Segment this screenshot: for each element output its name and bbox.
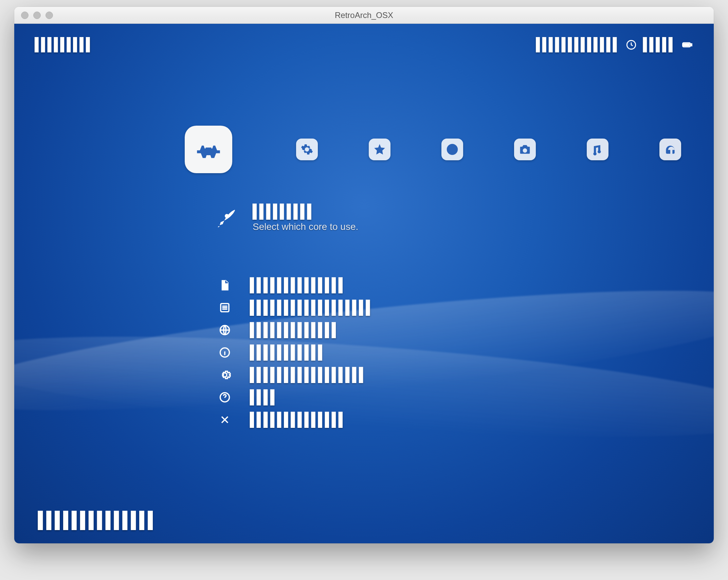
xmb-nav-row: [14, 126, 714, 173]
nav-favorites[interactable]: [369, 139, 390, 160]
battery-icon: [681, 39, 693, 51]
nav-history[interactable]: [441, 139, 463, 160]
clock-icon: [625, 39, 637, 51]
configuration-icon: [218, 368, 232, 382]
close-icon: [218, 413, 232, 427]
list-item[interactable]: ▌▌▌▌▌▌▌▌▌▌▌▌▌▌: [218, 278, 372, 292]
list-item-label: ▌▌▌▌▌▌▌▌▌▌▌▌▌▌▌▌▌▌: [250, 301, 372, 314]
music-note-icon: [591, 143, 604, 156]
list-item[interactable]: ▌▌▌▌▌▌▌▌▌▌▌▌▌▌▌▌▌▌: [218, 301, 372, 314]
nav-main-menu[interactable]: [185, 126, 232, 173]
svg-rect-3: [684, 44, 690, 46]
hud-header-left: ▌▌▌▌▌▌▌▌▌: [35, 37, 92, 52]
mac-window: RetroArch_OSX ▌▌▌▌▌▌▌▌▌ ▌▌▌▌▌▌▌▌▌▌▌▌▌ ▌▌…: [14, 7, 714, 543]
list-item[interactable]: ▌▌▌▌▌▌▌▌▌▌▌▌▌: [218, 323, 372, 337]
svg-rect-2: [691, 44, 692, 46]
headset-icon: [664, 143, 677, 156]
selected-item[interactable]: ▌▌▌▌▌▌▌▌▌ Select which core to use.: [215, 204, 358, 232]
hud-battery-text: ▌▌▌▌▌: [643, 37, 675, 52]
nav-settings[interactable]: [296, 139, 318, 160]
nav-netplay[interactable]: [659, 139, 681, 160]
help-icon: [218, 391, 232, 404]
list-item[interactable]: ▌▌▌▌▌▌▌▌▌▌▌▌▌▌▌▌▌: [218, 368, 372, 382]
list-item-label: ▌▌▌▌: [250, 391, 277, 404]
hud-header-right: ▌▌▌▌▌▌▌▌▌▌▌▌▌ ▌▌▌▌▌: [536, 37, 693, 52]
rocket-icon: [215, 206, 239, 230]
list-item-label: ▌▌▌▌▌▌▌▌▌▌▌▌▌▌: [250, 278, 345, 292]
camera-icon: [518, 143, 531, 156]
hud-datetime: ▌▌▌▌▌▌▌▌▌▌▌▌▌: [536, 37, 619, 52]
info-icon: [218, 346, 232, 359]
main-menu-list: ▌▌▌▌▌▌▌▌▌▌▌▌▌▌ ▌▌▌▌▌▌▌▌▌▌▌▌▌▌▌▌▌▌ ▌▌▌▌▌▌…: [218, 278, 372, 427]
nav-music[interactable]: [587, 139, 608, 160]
list-item-label: ▌▌▌▌▌▌▌▌▌▌▌▌▌: [250, 323, 339, 337]
retroarch-logo-icon: [193, 134, 224, 165]
clock-icon: [446, 143, 459, 156]
list-item[interactable]: ▌▌▌▌: [218, 391, 372, 404]
star-icon: [373, 143, 386, 156]
list-item[interactable]: ▌▌▌▌▌▌▌▌▌▌▌: [218, 346, 372, 359]
hud-footer: ▌▌▌▌▌▌▌▌▌▌▌▌▌▌: [38, 511, 157, 530]
list-item-label: ▌▌▌▌▌▌▌▌▌▌▌: [250, 346, 325, 359]
titlebar[interactable]: RetroArch_OSX: [14, 7, 714, 24]
list-item-label: ▌▌▌▌▌▌▌▌▌▌▌▌▌▌▌▌▌: [250, 368, 366, 382]
hud-footer-text: ▌▌▌▌▌▌▌▌▌▌▌▌▌▌: [38, 511, 157, 530]
list-item[interactable]: ▌▌▌▌▌▌▌▌▌▌▌▌▌▌: [218, 413, 372, 427]
list-icon: [218, 301, 232, 314]
list-item-label: ▌▌▌▌▌▌▌▌▌▌▌▌▌▌: [250, 413, 345, 427]
file-icon: [218, 278, 232, 292]
window-title: RetroArch_OSX: [14, 11, 714, 20]
nav-images[interactable]: [514, 139, 536, 160]
selected-item-text: ▌▌▌▌▌▌▌▌▌ Select which core to use.: [253, 204, 358, 232]
selected-item-description: Select which core to use.: [253, 221, 358, 232]
hud-header: ▌▌▌▌▌▌▌▌▌ ▌▌▌▌▌▌▌▌▌▌▌▌▌ ▌▌▌▌▌: [35, 37, 693, 52]
selected-item-title: ▌▌▌▌▌▌▌▌▌: [253, 204, 358, 219]
gears-icon: [301, 143, 313, 156]
retroarch-viewport: ▌▌▌▌▌▌▌▌▌ ▌▌▌▌▌▌▌▌▌▌▌▌▌ ▌▌▌▌▌: [14, 24, 714, 543]
globe-icon: [218, 323, 232, 337]
